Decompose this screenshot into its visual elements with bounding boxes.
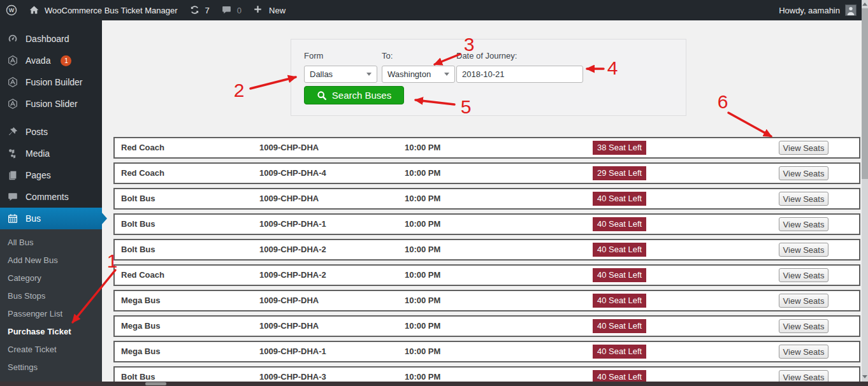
pages-icon (6, 169, 19, 182)
date-of-journey-label: Date of Journey: (456, 51, 517, 61)
update-count: 7 (205, 6, 210, 15)
sidebar-item-pages[interactable]: Pages (0, 164, 102, 186)
sidebar-item-posts[interactable]: Posts (0, 121, 102, 143)
sidebar-item-bus[interactable]: Bus (0, 208, 102, 229)
vertical-scrollbar[interactable] (862, 0, 868, 386)
posts-icon (6, 125, 19, 138)
from-select[interactable]: Dallas (304, 66, 377, 83)
bus-list: Red Coach 1009-CHP-DHA 10:00 PM 38 Seat … (113, 137, 860, 386)
bus-name: Bolt Bus (121, 189, 155, 208)
current-menu-arrow (102, 213, 107, 224)
bus-submenu-item-bus-stops[interactable]: Bus Stops (0, 287, 102, 305)
bus-number: 1009-CHP-DHA-4 (259, 164, 326, 183)
view-seats-button[interactable]: View Seats (779, 243, 828, 257)
bus-name: Red Coach (121, 266, 164, 285)
sidebar-item-fusion-slider[interactable]: Fusion Slider (0, 93, 102, 115)
view-seats-button[interactable]: View Seats (779, 294, 828, 308)
new-content-menu[interactable]: New (247, 0, 291, 20)
media-icon (6, 147, 19, 160)
bus-submenu-item-passenger-list[interactable]: Passenger List (0, 305, 102, 323)
comments-bubble-icon (221, 4, 233, 16)
site-menu[interactable]: WooCommerce Bus Ticket Manager (23, 0, 184, 20)
view-seats-button[interactable]: View Seats (779, 319, 828, 333)
seats-left-badge: 29 Seat Left (593, 166, 646, 180)
seats-left-badge: 40 Seat Left (593, 192, 646, 206)
calendar-icon (6, 212, 19, 225)
updates-menu[interactable]: 7 (184, 0, 215, 20)
bus-row: Mega Bus 1009-CHP-DHA-1 10:00 PM 40 Seat… (113, 341, 860, 362)
bus-name: Mega Bus (121, 317, 160, 336)
search-icon (317, 90, 327, 101)
wordpress-logo-button[interactable]: W (0, 0, 23, 20)
avada-update-badge: 1 (61, 55, 71, 66)
bus-row: Red Coach 1009-CHP-DHA-4 10:00 PM 29 Sea… (113, 162, 860, 184)
plus-icon (253, 4, 264, 16)
from-selected-value: Dallas (310, 69, 333, 79)
dashboard-icon (6, 32, 19, 45)
bus-number: 1009-CHP-DHA-2 (259, 266, 326, 285)
sidebar-item-dashboard[interactable]: Dashboard (0, 28, 102, 50)
view-seats-button[interactable]: View Seats (779, 217, 828, 231)
howdy-text[interactable]: Howdy, aamahin (779, 6, 840, 15)
view-seats-button[interactable]: View Seats (779, 141, 828, 155)
sidebar-item-comments[interactable]: Comments (0, 186, 102, 208)
admin-bar: W WooCommerce Bus Ticket Manager 7 0 (0, 0, 862, 20)
site-name: WooCommerce Bus Ticket Manager (45, 6, 178, 15)
bus-number: 1009-CHP-DHA (259, 291, 319, 310)
bus-number: 1009-CHP-DHA (259, 138, 319, 157)
view-seats-button[interactable]: View Seats (779, 192, 828, 206)
bus-number: 1009-CHP-DHA-1 (259, 215, 326, 234)
scrollbar-down-arrow[interactable] (862, 375, 867, 378)
bus-name: Red Coach (121, 138, 164, 157)
from-label: Form (304, 51, 323, 61)
to-select[interactable]: Washington (382, 66, 455, 83)
comment-count: 0 (237, 6, 242, 15)
seats-left-badge: 40 Seat Left (593, 217, 646, 231)
bus-row: Red Coach 1009-CHP-DHA-2 10:00 PM 40 Sea… (113, 264, 860, 286)
seats-left-badge: 40 Seat Left (593, 268, 646, 282)
bus-row: Bolt Bus 1009-CHP-DHA-1 10:00 PM 40 Seat… (113, 213, 860, 235)
bottom-edge-bar (0, 382, 868, 386)
wordpress-logo-icon: W (6, 4, 17, 16)
bus-name: Bolt Bus (121, 240, 155, 259)
scrollbar-thumb[interactable] (862, 8, 868, 179)
date-value: 2018-10-21 (462, 69, 505, 79)
bus-submenu-item-all-bus[interactable]: All Bus (0, 234, 102, 252)
main-content: Form To: Date of Journey: Dallas Washing… (102, 20, 862, 382)
bus-row: Bolt Bus 1009-CHP-DHA-2 10:00 PM 40 Seat… (113, 239, 860, 261)
date-of-journey-input[interactable]: 2018-10-21 (456, 66, 583, 83)
fusion-builder-icon (6, 76, 19, 89)
bus-number: 1009-CHP-DHA-2 (259, 240, 326, 259)
sidebar-item-media[interactable]: Media (0, 143, 102, 164)
comments-icon (6, 190, 19, 203)
bus-submenu-item-create-ticket[interactable]: Create Ticket (0, 341, 102, 359)
sidebar-item-avada[interactable]: Avada 1 (0, 50, 102, 71)
departure-time: 10:00 PM (405, 164, 440, 183)
departure-time: 10:00 PM (405, 138, 440, 157)
comments-menu[interactable]: 0 (215, 0, 247, 20)
bus-submenu-item-settings[interactable]: Settings (0, 359, 102, 376)
scrollbar-up-arrow[interactable] (862, 3, 867, 6)
fusion-slider-icon (6, 97, 19, 110)
bus-name: Mega Bus (121, 342, 160, 361)
seats-left-badge: 40 Seat Left (593, 319, 646, 333)
search-buses-button[interactable]: Search Buses (304, 86, 404, 104)
sidebar-item-fusion-builder[interactable]: Fusion Builder (0, 71, 102, 93)
view-seats-button[interactable]: View Seats (779, 345, 828, 359)
chevron-down-icon (444, 73, 449, 76)
bus-submenu-item-add-new-bus[interactable]: Add New Bus (0, 252, 102, 269)
bus-submenu: All BusAdd New BusCategoryBus StopsPasse… (0, 229, 102, 382)
bus-submenu-item-purchase-ticket[interactable]: Purchase Ticket (0, 323, 102, 341)
avada-icon (6, 54, 19, 67)
svg-text:W: W (9, 7, 15, 13)
view-seats-button[interactable]: View Seats (779, 268, 828, 282)
home-icon (29, 4, 40, 16)
departure-time: 10:00 PM (405, 189, 440, 208)
user-avatar[interactable] (845, 4, 857, 16)
chevron-down-icon (366, 73, 372, 76)
departure-time: 10:00 PM (405, 240, 440, 259)
bus-number: 1009-CHP-DHA-1 (259, 342, 326, 361)
bus-row: Mega Bus 1009-CHP-DHA 10:00 PM 40 Seat L… (113, 290, 860, 311)
view-seats-button[interactable]: View Seats (779, 166, 828, 180)
bus-submenu-item-category[interactable]: Category (0, 269, 102, 287)
